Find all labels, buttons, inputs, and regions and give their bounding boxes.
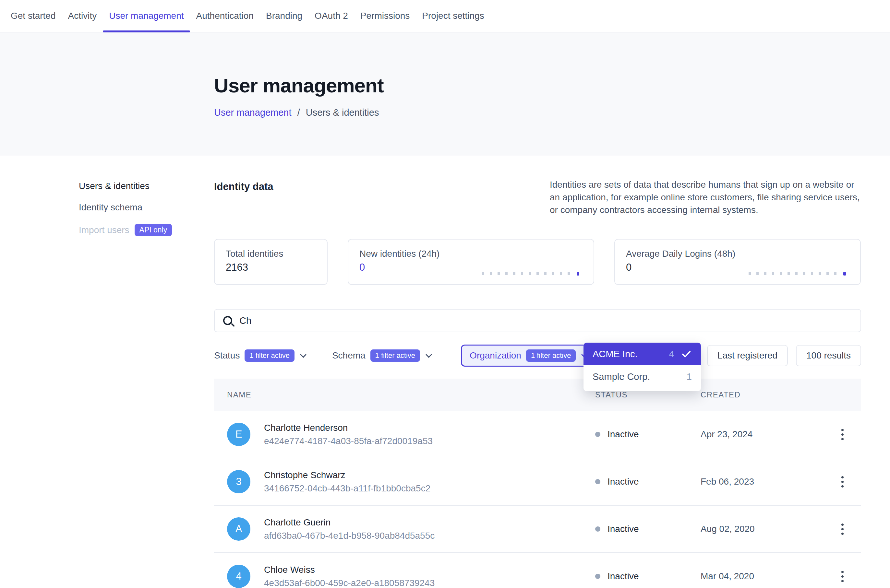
option-name: ACME Inc. [592, 349, 669, 360]
table-row[interactable]: E Charlotte Henderson e424e774-4187-4a03… [214, 411, 861, 458]
stat-label: New identities (24h) [359, 249, 583, 259]
sparkline-chart [482, 272, 579, 275]
search-input[interactable] [239, 315, 852, 326]
identity-id: afd63ba0-467b-4e1d-b958-90ab84d5a55c [264, 531, 434, 541]
filter-label: Organization [470, 350, 521, 361]
sidebar-item-label: Identity schema [79, 202, 142, 213]
last-registered-sort-button[interactable]: Last registered [707, 345, 788, 366]
kebab-menu-icon[interactable] [835, 521, 849, 537]
top-nav: Get started Activity User management Aut… [0, 0, 890, 32]
status-badge: Inactive [607, 571, 639, 582]
breadcrumb-link-user-management[interactable]: User management [214, 107, 292, 118]
filter-row: Status 1 filter active Schema 1 filter a… [214, 345, 861, 367]
dropdown-option-sample-corp[interactable]: Sample Corp. 1 [583, 365, 701, 388]
avatar: A [227, 518, 250, 541]
nav-tab-user-management[interactable]: User management [103, 0, 190, 32]
nav-tab-oauth2[interactable]: OAuth 2 [308, 0, 354, 32]
status-filter[interactable]: Status 1 filter active [214, 350, 305, 362]
stat-label: Total identities [226, 249, 316, 259]
identity-id: e424e774-4187-4a03-85fa-af72d0019a53 [264, 436, 433, 446]
identity-name: Charlotte Guerin [264, 518, 434, 528]
sidebar: Users & identities Identity schema Impor… [0, 156, 214, 588]
section-description: Identities are sets of data that describ… [550, 178, 861, 216]
results-per-page-button[interactable]: 100 results [796, 345, 861, 366]
breadcrumb-separator: / [298, 107, 300, 118]
sidebar-item-import-users[interactable]: Import users API only [79, 224, 214, 236]
chevron-down-icon [425, 351, 432, 358]
column-header-status: STATUS [595, 390, 701, 399]
stat-value: 0 [359, 262, 583, 273]
nav-tab-get-started[interactable]: Get started [5, 0, 62, 32]
nav-tab-branding[interactable]: Branding [260, 0, 308, 32]
column-header-created: CREATED [701, 390, 835, 399]
option-count: 4 [669, 349, 674, 360]
stat-card-new-identities: New identities (24h) 0 [348, 239, 594, 285]
schema-filter[interactable]: Schema 1 filter active [332, 350, 431, 362]
organization-filter[interactable]: Organization 1 filter active [461, 345, 595, 367]
breadcrumb: User management / Users & identities [214, 107, 890, 118]
identity-id: 4e3d53af-6b00-459c-a2e0-a18058739243 [264, 578, 434, 588]
api-only-badge: API only [135, 224, 172, 236]
stat-value: 2163 [226, 262, 316, 273]
search-icon [223, 316, 232, 325]
main-content: Identity data Identities are sets of dat… [214, 156, 861, 588]
status-badge: Inactive [607, 429, 639, 440]
stat-card-average-daily-logins: Average Daily Logins (48h) 0 [614, 239, 861, 285]
status-dot [595, 574, 600, 579]
created-date: Aug 02, 2020 [701, 524, 835, 534]
avatar: E [227, 423, 250, 446]
sidebar-item-label: Users & identities [79, 181, 150, 191]
option-name: Sample Corp. [592, 372, 687, 382]
sidebar-item-users-identities[interactable]: Users & identities [79, 181, 214, 191]
identity-name: Chloe Weiss [264, 565, 434, 575]
dropdown-option-acme[interactable]: ACME Inc. 4 [583, 343, 701, 365]
avatar: 4 [227, 565, 250, 588]
table-row[interactable]: A Charlotte Guerin afd63ba0-467b-4e1d-b9… [214, 506, 861, 553]
sidebar-item-identity-schema[interactable]: Identity schema [79, 202, 214, 213]
created-date: Mar 04, 2020 [701, 571, 835, 582]
status-dot [595, 526, 600, 532]
sidebar-item-label: Import users [79, 225, 129, 236]
search-bar [214, 309, 861, 332]
identities-table: NAME STATUS CREATED E Charlotte Henderso… [214, 379, 861, 588]
check-icon [681, 348, 692, 360]
nav-tab-project-settings[interactable]: Project settings [416, 0, 490, 32]
nav-tab-activity[interactable]: Activity [62, 0, 103, 32]
page-title: User management [214, 32, 890, 97]
page-header: User management User management / Users … [0, 32, 890, 156]
table-row[interactable]: 3 Christophe Schwarz 34166752-04cb-443b-… [214, 458, 861, 506]
created-date: Feb 06, 2023 [701, 477, 835, 487]
filter-active-badge: 1 filter active [526, 350, 576, 362]
status-dot [595, 432, 600, 437]
stats-row: Total identities 2163 New identities (24… [214, 239, 861, 285]
stat-value: 0 [626, 262, 849, 273]
filter-active-badge: 1 filter active [370, 350, 420, 362]
status-badge: Inactive [607, 524, 639, 534]
sparkline-chart [749, 272, 846, 275]
filter-label: Status [214, 350, 240, 361]
filter-label: Schema [332, 350, 365, 361]
status-badge: Inactive [607, 477, 639, 487]
stat-label: Average Daily Logins (48h) [626, 249, 849, 259]
kebab-menu-icon[interactable] [835, 426, 849, 443]
stat-card-total-identities: Total identities 2163 [214, 239, 328, 285]
avatar: 3 [227, 470, 250, 494]
column-header-name: NAME [227, 390, 595, 399]
filter-active-badge: 1 filter active [245, 350, 295, 362]
organization-dropdown: ACME Inc. 4 Sample Corp. 1 [583, 343, 701, 391]
status-dot [595, 479, 600, 484]
created-date: Apr 23, 2024 [701, 429, 835, 440]
identity-name: Charlotte Henderson [264, 423, 433, 433]
table-header: NAME STATUS CREATED [214, 379, 861, 411]
nav-tab-authentication[interactable]: Authentication [190, 0, 260, 32]
identity-id: 34166752-04cb-443b-a11f-fb1bb0cba5c2 [264, 483, 430, 494]
kebab-menu-icon[interactable] [835, 568, 849, 585]
identity-name: Christophe Schwarz [264, 470, 430, 480]
chevron-down-icon [300, 351, 307, 358]
section-title: Identity data [214, 178, 274, 192]
table-row[interactable]: 4 Chloe Weiss 4e3d53af-6b00-459c-a2e0-a1… [214, 553, 861, 588]
breadcrumb-current: Users & identities [306, 107, 379, 118]
option-count: 1 [687, 372, 692, 382]
nav-tab-permissions[interactable]: Permissions [354, 0, 416, 32]
kebab-menu-icon[interactable] [835, 474, 849, 490]
